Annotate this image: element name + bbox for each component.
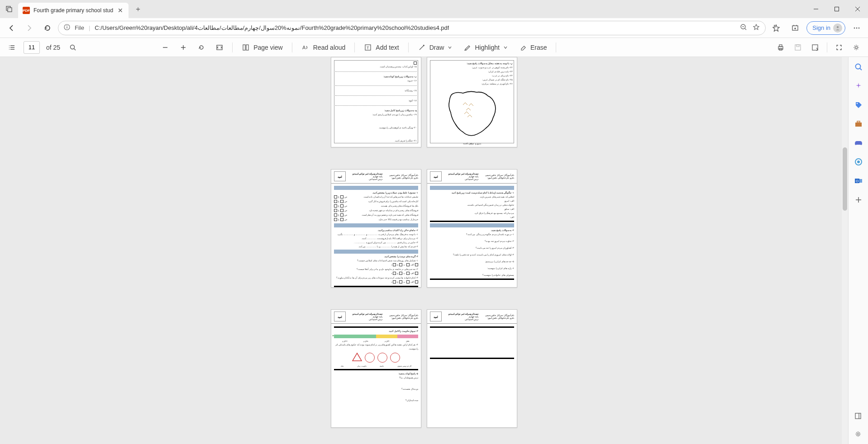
- minimize-button[interactable]: [806, 0, 826, 18]
- avatar-icon: [833, 24, 842, 33]
- svg-point-21: [856, 27, 858, 28]
- svg-point-47: [855, 46, 858, 48]
- tab-title: Fourth grade primary school stud: [33, 7, 113, 14]
- school-logo: امید: [334, 312, 346, 321]
- favorite-icon[interactable]: [753, 24, 760, 32]
- contents-button[interactable]: [4, 39, 20, 56]
- school-logo: امید: [430, 312, 442, 321]
- zoom-out-button[interactable]: [157, 39, 173, 56]
- close-window-button[interactable]: [847, 0, 868, 18]
- svg-point-62: [857, 433, 859, 435]
- draw-button[interactable]: Draw: [413, 39, 457, 56]
- pdf-page-thumb[interactable]: ۱۵- اولین کتاب مقدس زرتشتیان است. ب- به …: [331, 57, 421, 147]
- pdf-page-thumb[interactable]: پ- با توجه به نقشه مقابل به سوالات پاسخ …: [427, 57, 517, 147]
- fullscreen-button[interactable]: [831, 39, 847, 56]
- save-as-button[interactable]: [807, 39, 823, 56]
- svg-rect-52: [857, 121, 860, 123]
- zoom-out-icon[interactable]: [740, 24, 747, 32]
- url-scheme: File: [75, 24, 84, 31]
- pdf-page-thumb[interactable]: نام آموزگار: سرکار خانم رحیمی نام و نام …: [331, 309, 421, 428]
- save-button[interactable]: [790, 39, 806, 56]
- svg-rect-42: [779, 45, 782, 47]
- highlight-button[interactable]: Highlight: [458, 39, 512, 56]
- svg-rect-1: [8, 8, 12, 12]
- svg-line-30: [74, 48, 76, 50]
- rotate-button[interactable]: [193, 39, 210, 56]
- pdf-page-thumb[interactable]: نام آموزگار: سرکار خانم رحیمی نام و نام …: [427, 309, 517, 428]
- site-info-icon[interactable]: [64, 24, 70, 32]
- page-count-label: of 25: [43, 44, 63, 51]
- chevron-down-icon: [448, 45, 452, 50]
- svg-rect-3: [835, 7, 839, 11]
- svg-rect-51: [855, 123, 862, 127]
- tools-icon[interactable]: [853, 156, 864, 167]
- zoom-in-button[interactable]: [175, 39, 191, 56]
- svg-text:T: T: [367, 46, 369, 50]
- back-button[interactable]: [4, 20, 19, 36]
- svg-rect-36: [246, 45, 248, 50]
- fit-button[interactable]: [211, 39, 228, 56]
- print-button[interactable]: [773, 39, 789, 56]
- collapse-sidebar-icon[interactable]: [853, 411, 863, 421]
- scrollbar-thumb[interactable]: [843, 147, 847, 211]
- read-aloud-label: Read aloud: [313, 44, 346, 51]
- svg-point-20: [854, 27, 855, 28]
- draw-label: Draw: [429, 44, 444, 51]
- page-view-label: Page view: [253, 44, 283, 51]
- scrollbar-track[interactable]: [842, 57, 848, 444]
- svg-rect-35: [243, 45, 245, 50]
- signin-button[interactable]: Sign in: [806, 21, 845, 35]
- favorites-button[interactable]: [768, 20, 784, 36]
- tag-icon[interactable]: [853, 99, 864, 110]
- svg-rect-46: [812, 45, 818, 50]
- address-bar: File | C:/Users/Green%20rayan/Desktop/al…: [0, 18, 868, 38]
- pdf-viewer[interactable]: ۱۵- اولین کتاب مقدس زرتشتیان است. ب- به …: [0, 57, 848, 444]
- tab-actions-button[interactable]: [0, 0, 18, 18]
- svg-line-10: [745, 28, 746, 30]
- svg-point-19: [837, 26, 839, 28]
- svg-point-50: [856, 103, 858, 104]
- add-icon[interactable]: [853, 194, 864, 205]
- tab-close-button[interactable]: ✕: [117, 7, 124, 14]
- find-button[interactable]: [65, 39, 81, 56]
- read-aloud-button[interactable]: A Read aloud: [297, 39, 350, 56]
- settings-button[interactable]: [848, 39, 864, 56]
- svg-rect-44: [795, 45, 801, 50]
- svg-text:A: A: [302, 45, 306, 50]
- omnibox[interactable]: File | C:/Users/Green%20rayan/Desktop/al…: [58, 21, 766, 35]
- search-sidebar-icon[interactable]: [853, 61, 864, 72]
- pdf-page-thumb[interactable]: نام آموزگار: سرکار خانم رحیمی نام و نام …: [331, 169, 421, 288]
- titlebar: PDF Fourth grade primary school stud ✕ ＋: [0, 0, 868, 18]
- page-view-button[interactable]: Page view: [237, 39, 287, 56]
- add-text-label: Add text: [376, 44, 399, 51]
- browser-tab[interactable]: PDF Fourth grade primary school stud ✕: [18, 3, 129, 18]
- more-button[interactable]: [849, 20, 864, 36]
- new-tab-button[interactable]: ＋: [130, 1, 146, 17]
- school-logo: امید: [334, 171, 346, 181]
- svg-line-49: [860, 68, 862, 70]
- maximize-button[interactable]: [826, 0, 847, 18]
- add-text-button[interactable]: T Add text: [359, 39, 403, 56]
- refresh-button[interactable]: [40, 20, 55, 36]
- pdf-icon: PDF: [23, 7, 30, 14]
- page-number-input[interactable]: [24, 41, 40, 54]
- erase-label: Erase: [530, 44, 547, 51]
- svg-point-22: [858, 27, 860, 28]
- briefcase-icon[interactable]: [853, 118, 864, 129]
- pdf-page-thumb[interactable]: نام آموزگار: سرکار خانم رحیمی نام و نام …: [427, 169, 517, 288]
- url-text: C:/Users/Green%20rayan/Desktop/ali/نمونه…: [95, 24, 449, 31]
- svg-rect-60: [855, 413, 861, 419]
- svg-rect-57: [859, 179, 862, 183]
- collections-button[interactable]: [787, 20, 803, 36]
- pdf-toolbar: of 25 Page view A Read aloud T Add text …: [0, 38, 868, 57]
- sidebar-settings-icon[interactable]: [853, 429, 863, 439]
- games-icon[interactable]: [853, 137, 864, 148]
- forward-button: [22, 20, 37, 36]
- svg-point-48: [855, 64, 860, 69]
- sparkle-icon[interactable]: [853, 80, 864, 91]
- outlook-icon[interactable]: O: [853, 175, 864, 186]
- erase-button[interactable]: Erase: [514, 39, 552, 56]
- svg-rect-45: [796, 45, 799, 47]
- iran-map-icon: [443, 88, 501, 140]
- highlight-label: Highlight: [475, 44, 499, 51]
